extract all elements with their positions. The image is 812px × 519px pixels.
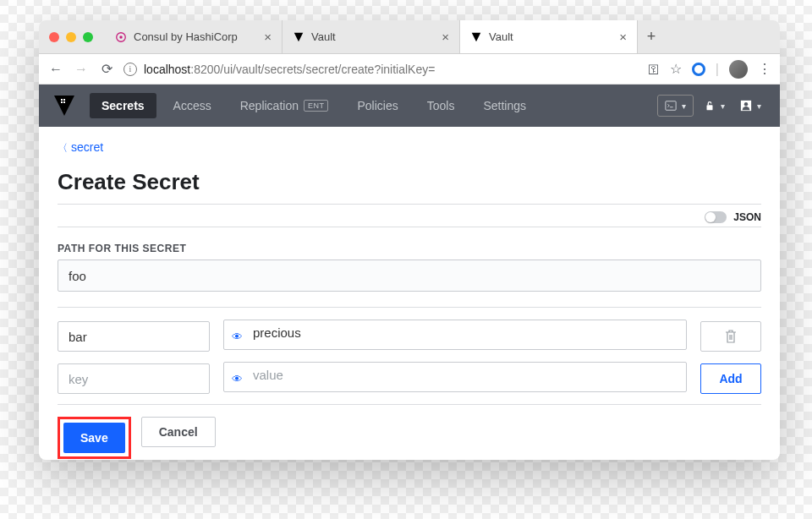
chevron-down-icon: ▾ <box>721 101 725 111</box>
consul-favicon-icon <box>115 31 127 43</box>
svg-rect-5 <box>63 101 65 103</box>
tab-vault-1[interactable]: Vault × <box>283 20 460 53</box>
vault-favicon-icon <box>293 31 304 43</box>
chevron-down-icon: ▾ <box>757 101 761 111</box>
address-field[interactable]: i localhost:8200/ui/vault/secrets/secret… <box>123 63 639 76</box>
close-window-icon[interactable] <box>49 32 59 42</box>
nav-replication[interactable]: ReplicationENT <box>228 93 341 118</box>
svg-point-9 <box>744 102 748 106</box>
divider <box>58 204 761 205</box>
tab-consul[interactable]: Consul by HashiCorp × <box>105 20 283 53</box>
json-label: JSON <box>733 211 761 223</box>
extension-icon[interactable] <box>692 63 705 76</box>
save-button[interactable]: Save <box>63 423 125 453</box>
url-host: localhost <box>144 63 190 76</box>
tab-label: Vault <box>489 30 513 43</box>
kv-row: 👁 <box>58 320 761 353</box>
nav-policies[interactable]: Policies <box>345 93 409 118</box>
svg-rect-4 <box>61 101 63 103</box>
trash-icon <box>725 330 737 343</box>
nav-secrets[interactable]: Secrets <box>90 93 156 118</box>
chevron-left-icon: 〈 <box>58 142 68 154</box>
close-tab-icon[interactable]: × <box>431 30 449 44</box>
svg-rect-6 <box>666 101 676 111</box>
kv-row: 👁 Add <box>58 362 761 396</box>
window-controls <box>49 32 93 42</box>
console-button[interactable]: ▾ <box>657 95 694 117</box>
json-toggle[interactable] <box>705 211 727 223</box>
bookmark-star-icon[interactable]: ☆ <box>670 61 682 77</box>
minimize-window-icon[interactable] <box>66 32 76 42</box>
app-nav: Secrets Access ReplicationENT Policies T… <box>39 85 780 127</box>
svg-rect-7 <box>707 105 713 110</box>
site-info-icon[interactable]: i <box>123 63 137 76</box>
user-menu[interactable]: ▾ <box>735 96 766 116</box>
kv-section: 👁 👁 Add <box>58 307 761 396</box>
nav-tools[interactable]: Tools <box>415 93 467 118</box>
profile-avatar-icon[interactable] <box>729 60 748 79</box>
tab-strip: Consul by HashiCorp × Vault × Vault × + <box>105 20 770 53</box>
page-content: 〈secret Create Secret JSON PATH FOR THIS… <box>39 127 780 460</box>
url-right-icons: ⚿ ☆ | ⋮ <box>648 60 771 79</box>
svg-rect-3 <box>63 99 65 101</box>
delete-row-button[interactable] <box>700 321 761 352</box>
breadcrumb-link[interactable]: secret <box>71 140 103 154</box>
svg-point-1 <box>119 36 123 39</box>
url-path: :8200/ui/vault/secrets/secret/create?ini… <box>190 63 435 76</box>
forward-icon[interactable]: → <box>73 62 90 77</box>
browser-window: Consul by HashiCorp × Vault × Vault × + … <box>39 20 780 460</box>
titlebar: Consul by HashiCorp × Vault × Vault × + <box>39 20 780 54</box>
lock-menu[interactable]: ▾ <box>699 96 730 116</box>
reload-icon[interactable]: ⟳ <box>98 61 115 77</box>
tab-label: Vault <box>311 30 336 43</box>
maximize-window-icon[interactable] <box>83 32 93 42</box>
url-bar: ← → ⟳ i localhost:8200/ui/vault/secrets/… <box>39 54 780 85</box>
nav-access[interactable]: Access <box>162 93 223 118</box>
chevron-down-icon: ▾ <box>682 101 686 111</box>
kv-key-input[interactable] <box>58 321 210 352</box>
add-row-button[interactable]: Add <box>700 363 761 394</box>
vault-favicon-icon <box>470 31 482 43</box>
save-highlight: Save <box>58 417 131 459</box>
terminal-icon <box>665 100 677 112</box>
kv-value-input[interactable] <box>223 362 687 392</box>
back-icon[interactable]: ← <box>47 62 64 77</box>
kv-value-input[interactable] <box>223 320 687 350</box>
path-input[interactable] <box>58 260 761 292</box>
eye-icon[interactable]: 👁 <box>232 373 243 385</box>
form-actions: Save Cancel <box>58 404 761 459</box>
unlock-icon <box>704 100 716 112</box>
close-tab-icon[interactable]: × <box>609 30 627 44</box>
tab-vault-2[interactable]: Vault × <box>460 20 638 53</box>
close-tab-icon[interactable]: × <box>254 30 272 44</box>
tab-label: Consul by HashiCorp <box>134 30 238 43</box>
eye-icon[interactable]: 👁 <box>232 331 243 343</box>
path-label: PATH FOR THIS SECRET <box>58 243 761 254</box>
user-icon <box>740 100 752 112</box>
breadcrumb: 〈secret <box>58 140 761 156</box>
cancel-button[interactable]: Cancel <box>141 417 216 447</box>
vault-logo-icon[interactable] <box>52 94 76 117</box>
new-tab-button[interactable]: + <box>638 20 665 53</box>
json-toggle-row: JSON <box>58 208 761 227</box>
browser-menu-icon[interactable]: ⋮ <box>758 61 771 77</box>
kv-key-input[interactable] <box>58 363 210 394</box>
password-key-icon[interactable]: ⚿ <box>648 63 660 76</box>
page-title: Create Secret <box>58 169 761 195</box>
svg-rect-2 <box>61 99 63 101</box>
nav-settings[interactable]: Settings <box>471 93 538 118</box>
